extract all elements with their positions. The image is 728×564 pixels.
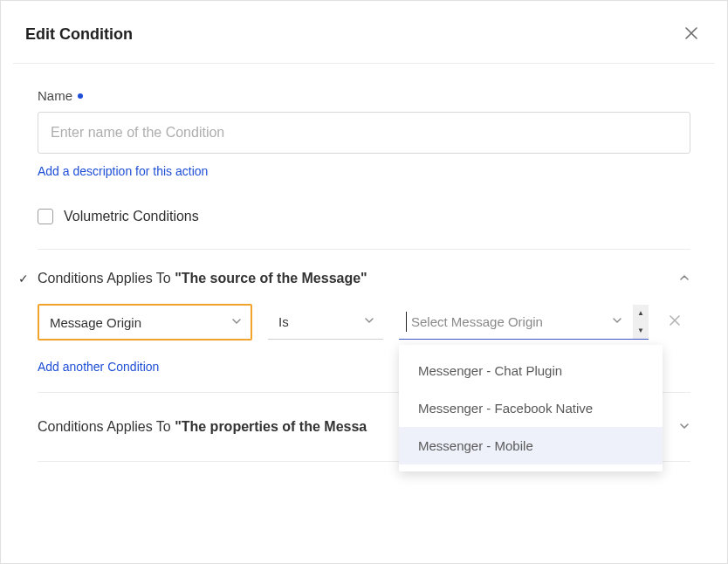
chevron-down-icon [678, 420, 690, 435]
dropdown-option[interactable]: Messenger - Mobile [399, 427, 663, 464]
volumetric-checkbox[interactable] [38, 209, 53, 224]
section-prefix: Conditions Applies To [38, 419, 175, 434]
add-description-link[interactable]: Add a description for this action [38, 164, 208, 178]
volumetric-label: Volumetric Conditions [64, 209, 199, 224]
dropdown-option[interactable]: Messenger - Facebook Native [399, 389, 663, 427]
value-placeholder: Select Message Origin [411, 314, 543, 329]
check-icon: ✓ [18, 272, 29, 285]
attribute-value: Message Origin [50, 315, 141, 330]
chevron-down-icon [364, 315, 374, 328]
section-properties-title: Conditions Applies To "The properties of… [38, 419, 367, 435]
section-source: ✓ Conditions Applies To "The source of t… [38, 250, 690, 393]
condition-row: Message Origin Is [38, 304, 690, 340]
name-label-text: Name [38, 88, 72, 103]
text-cursor-icon [406, 312, 407, 332]
spin-down-button[interactable]: ▼ [633, 322, 649, 340]
value-dropdown-menu: Messenger - Chat Plugin Messenger - Face… [399, 345, 663, 471]
operator-select[interactable]: Is [268, 305, 383, 340]
name-label: Name [38, 88, 690, 103]
spin-up-button[interactable]: ▲ [633, 305, 649, 322]
operator-value: Is [278, 314, 289, 329]
chevron-down-icon [231, 316, 242, 329]
chevron-down-icon [612, 315, 622, 328]
volumetric-row: Volumetric Conditions [38, 209, 690, 250]
add-another-condition-link[interactable]: Add another Condition [38, 360, 159, 374]
spinner-control: ▲ ▼ [633, 305, 649, 339]
remove-condition-button[interactable] [668, 313, 682, 332]
section-prefix: Conditions Applies To [38, 271, 175, 285]
section-source-title: Conditions Applies To "The source of the… [38, 271, 367, 286]
value-select[interactable]: Select Message Origin ▲ ▼ [399, 305, 649, 340]
section-source-header[interactable]: ✓ Conditions Applies To "The source of t… [38, 271, 690, 286]
chevron-up-icon [678, 272, 690, 286]
attribute-select[interactable]: Message Origin [38, 304, 252, 340]
condition-name-input[interactable] [38, 112, 690, 154]
section-quoted: "The properties of the Messa [175, 419, 367, 434]
edit-condition-dialog: Edit Condition Name Add a description fo… [0, 0, 728, 564]
value-wrapper: Select Message Origin ▲ ▼ Messenger - Ch… [399, 305, 649, 340]
dropdown-option[interactable]: Messenger - Chat Plugin [399, 352, 663, 389]
dialog-title: Edit Condition [25, 25, 133, 44]
section-quoted: "The source of the Message" [175, 271, 367, 285]
required-indicator-icon [78, 93, 83, 99]
dialog-header: Edit Condition [13, 13, 715, 64]
close-button[interactable] [680, 22, 703, 47]
